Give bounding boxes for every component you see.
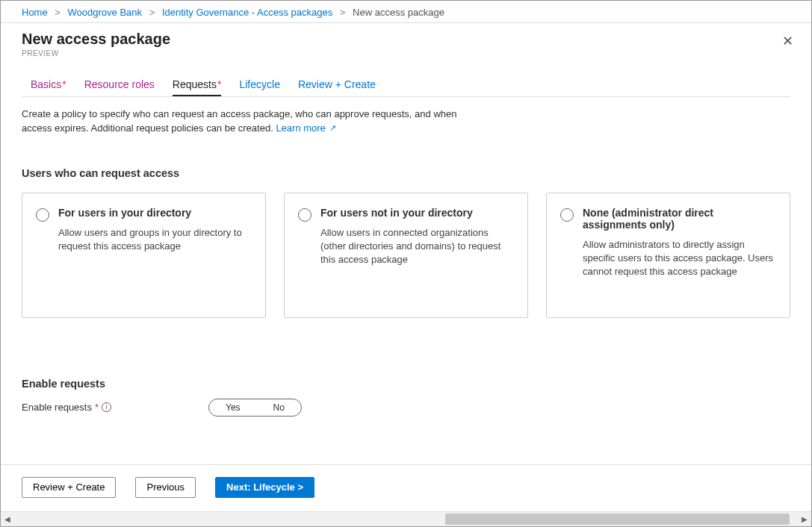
required-indicator: * [95,402,99,413]
info-icon[interactable]: i [102,402,111,412]
card-desc: Allow users in connected organizations (… [320,226,514,267]
horizontal-scrollbar[interactable]: ◀ ▶ [1,511,811,526]
wizard-footer: Review + Create Previous Next: Lifecycle… [1,464,811,510]
scroll-right-icon[interactable]: ▶ [798,515,811,523]
review-create-button[interactable]: Review + Create [22,477,116,498]
radio-none-admin-only[interactable] [560,208,574,222]
tab-basics-label: Basics [31,78,61,90]
toggle-yes[interactable]: Yes [209,399,257,416]
toggle-no[interactable]: No [257,399,301,416]
enable-requests-toggle[interactable]: Yes No [208,399,302,417]
breadcrumb-home[interactable]: Home [22,7,48,18]
card-desc: Allow users and groups in your directory… [58,226,252,253]
close-icon[interactable]: ✕ [778,32,796,50]
breadcrumb-current: New access package [353,7,444,18]
tab-requests[interactable]: Requests* [173,78,222,96]
scrollbar-thumb[interactable] [445,514,790,525]
card-title: For users not in your directory [320,207,514,219]
tab-basics[interactable]: Basics* [31,78,66,96]
next-lifecycle-button[interactable]: Next: Lifecycle > [215,477,314,498]
required-indicator: * [62,78,66,90]
chevron-right-icon: > [149,7,155,18]
card-none-admin-only[interactable]: None (administrator direct assignments o… [546,193,790,318]
users-who-can-request-heading: Users who can request access [1,136,811,185]
breadcrumb-woodgrove[interactable]: Woodgrove Bank [68,7,143,18]
breadcrumb-identity-governance[interactable]: Identity Governance - Access packages [162,7,332,18]
scrollbar-track[interactable] [14,512,798,526]
enable-requests-heading: Enable requests [22,378,790,390]
tab-lifecycle[interactable]: Lifecycle [239,78,279,96]
page-title: New access package [22,31,790,48]
card-title: For users in your directory [58,207,252,219]
learn-more-link[interactable]: Learn more ↗ [276,122,336,134]
scroll-left-icon[interactable]: ◀ [1,515,14,523]
request-scope-cards: For users in your directory Allow users … [1,185,811,318]
radio-users-in-directory[interactable] [36,208,49,222]
wizard-tabs: Basics* Resource roles Requests* Lifecyc… [1,59,811,96]
card-desc: Allow administrators to directly assign … [583,238,776,279]
enable-requests-label-text: Enable requests [22,402,92,413]
page-header: New access package PREVIEW ✕ [1,23,811,59]
card-users-in-directory[interactable]: For users in your directory Allow users … [22,193,266,318]
card-users-not-in-directory[interactable]: For users not in your directory Allow us… [284,193,528,318]
chevron-right-icon: > [340,7,346,18]
tab-resource-roles[interactable]: Resource roles [84,78,155,96]
description-text: Create a policy to specify who can reque… [22,108,456,134]
chevron-right-icon: > [55,7,61,18]
required-indicator: * [217,78,221,90]
card-title: None (administrator direct assignments o… [583,207,776,231]
previous-button[interactable]: Previous [135,477,196,498]
tab-requests-label: Requests [173,78,217,90]
preview-badge: PREVIEW [22,49,790,57]
enable-requests-section: Enable requests Enable requests * i Yes … [1,318,811,417]
page-description: Create a policy to specify who can reque… [1,97,479,136]
breadcrumb: Home > Woodgrove Bank > Identity Governa… [1,1,811,23]
radio-users-not-in-directory[interactable] [298,208,312,222]
learn-more-text: Learn more [276,122,325,134]
enable-requests-label: Enable requests * i [22,402,201,413]
tab-review-create[interactable]: Review + Create [298,78,376,96]
external-link-icon: ↗ [329,123,336,132]
